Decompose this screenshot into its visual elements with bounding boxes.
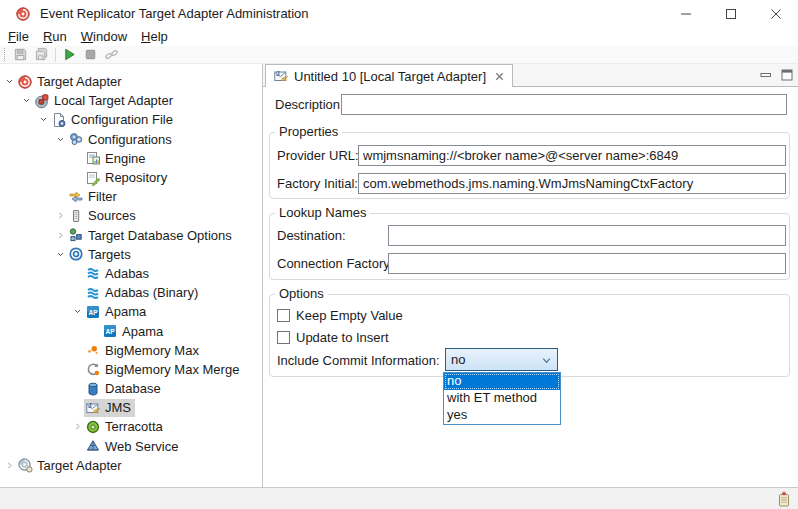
dropdown-option-yes[interactable]: yes [444,407,560,424]
tree-item-adabas-binary[interactable]: Adabas (Binary) [0,283,262,302]
tree-item-terracotta[interactable]: Terracotta [0,417,262,436]
tree-item-target-adapter[interactable]: Target Adapter [0,72,262,91]
tree-item-label: Targets [88,247,131,262]
chevron-down-icon[interactable] [19,94,33,108]
connection-factory-label: Connection Factory: [277,256,393,271]
tree-item-database[interactable]: Database [0,379,262,398]
tree-item-label: Target Adapter [37,458,122,473]
provider-url-input[interactable] [358,145,786,166]
tree-item-label: Adabas (Binary) [105,285,198,300]
chevron-down-icon[interactable] [70,305,84,319]
tree-item-label: BigMemory Max Merge [105,362,239,377]
tree-item-repository[interactable]: Repository [0,168,262,187]
description-input[interactable] [341,94,787,115]
include-commit-combobox-value: no [451,352,465,367]
tree-item-sources[interactable]: Sources [0,206,262,225]
connection-factory-input[interactable] [388,253,786,274]
jms-icon: J [273,68,289,84]
configuration-file-icon [51,112,67,128]
destination-input[interactable] [388,225,786,246]
save-all-button [31,46,52,64]
chevron-down-icon [541,355,552,366]
tree-item-label: Sources [88,208,136,223]
keep-empty-value-checkbox[interactable] [277,309,290,322]
save-icon [13,47,28,62]
chevron-right-icon[interactable] [70,420,84,434]
tree-item-local-target-adapter[interactable]: Local Target Adapter [0,91,262,110]
include-commit-combobox[interactable]: no [445,348,558,371]
target-adapter-alt-icon [17,457,33,473]
maximize-button[interactable] [708,0,753,28]
app-window: Event Replicator Target Adapter Administ… [0,0,798,509]
tree-item-targets[interactable]: Targets [0,245,262,264]
tree-item-label: Target Adapter [37,74,122,89]
tree-item-filter[interactable]: Filter [0,187,262,206]
view-controls [760,69,793,81]
keep-empty-value-label: Keep Empty Value [296,308,403,323]
description-label: Description: [275,97,344,112]
toolbar-grip[interactable] [4,48,5,61]
editor-tab[interactable]: J Untitled 10 [Local Target Adapter] [265,64,513,87]
chevron-down-icon[interactable] [36,113,50,127]
tree-item-bigmemory-max[interactable]: BigMemory Max [0,341,262,360]
tree-item-label: Database [105,381,161,396]
twistie-spacer [70,401,84,415]
tree-item-adabas[interactable]: Adabas [0,264,262,283]
update-to-insert-checkbox[interactable] [277,331,290,344]
twistie-spacer [70,151,84,165]
tree-item-label: Filter [88,189,117,204]
tree-item-target-database-options[interactable]: Target Database Options [0,226,262,245]
lookup-names-group-title: Lookup Names [275,205,370,220]
chevron-right-icon[interactable] [2,458,16,472]
save-all-icon [34,47,49,62]
panel-sash[interactable] [260,64,266,487]
chevron-right-icon[interactable] [53,209,67,223]
options-group-title: Options [275,286,328,301]
close-button[interactable] [753,0,798,28]
tree-item-web-service[interactable]: Web Service [0,437,262,456]
menu-window[interactable]: Window [74,28,134,46]
properties-group-title: Properties [275,124,342,139]
run-button[interactable] [59,46,80,64]
web-service-icon [85,438,101,454]
factory-initial-label: Factory Initial: [277,176,358,191]
tab-close-icon[interactable] [494,71,505,82]
close-icon [770,8,782,20]
engine-icon [85,150,101,166]
tree-item-apama[interactable]: APApama [0,302,262,321]
tree-item-target-adapter[interactable]: Target Adapter [0,456,262,475]
properties-group: Properties Provider URL: Factory Initial… [269,132,790,199]
menu-help[interactable]: Help [134,28,175,46]
tree-item-label: BigMemory Max [105,343,199,358]
chevron-down-icon[interactable] [2,75,16,89]
apama-icon: AP [102,323,118,339]
tree-item-configuration-file[interactable]: Configuration File [0,110,262,129]
factory-initial-input[interactable] [358,173,786,194]
tree-item-jms[interactable]: JJMS [0,398,262,417]
minimize-view-icon[interactable] [760,69,772,81]
fast-view-icon[interactable] [778,491,790,507]
dropdown-option-with-et-method[interactable]: with ET method [444,390,560,407]
tree-item-configurations[interactable]: Configurations [0,130,262,149]
chevron-down-icon[interactable] [53,132,67,146]
minimize-button[interactable] [663,0,708,28]
chevron-right-icon[interactable] [53,228,67,242]
disconnect-button [101,46,122,64]
tree-item-label: Configuration File [71,112,173,127]
navigation-tree: Target AdapterLocal Target AdapterConfig… [0,64,263,487]
tree-item-label: Configurations [88,132,172,147]
repository-icon [85,170,101,186]
tree-item-label: Local Target Adapter [54,93,173,108]
titlebar: Event Replicator Target Adapter Administ… [0,0,798,28]
tree-item-bigmemory-max-merge[interactable]: BigMemory Max Merge [0,360,262,379]
maximize-view-icon[interactable] [781,69,793,81]
tree-item-apama[interactable]: APApama [0,321,262,340]
dropdown-option-no[interactable]: no [444,373,560,390]
chevron-down-icon[interactable] [53,247,67,261]
twistie-spacer [70,286,84,300]
menu-file[interactable]: File [1,28,36,46]
tree-item-label: JMS [105,400,131,415]
editor-panel: J Untitled 10 [Local Target Adapter] Des… [263,64,798,487]
menu-run[interactable]: Run [36,28,74,46]
tree-item-engine[interactable]: Engine [0,149,262,168]
